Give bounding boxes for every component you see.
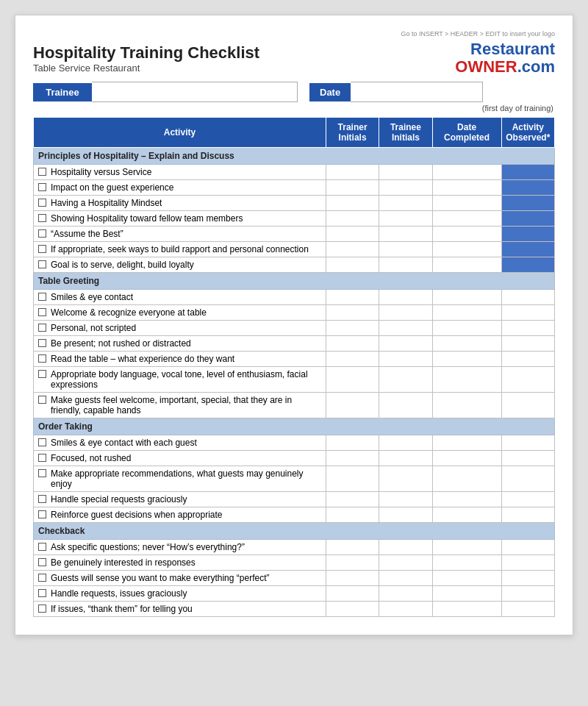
date-input[interactable] [351,82,483,102]
trainer-initials-cell[interactable] [326,555,379,571]
checkbox[interactable] [38,469,46,477]
checkbox[interactable] [38,293,46,301]
trainee-initials-cell[interactable] [379,180,432,196]
activity-observed-cell[interactable] [501,586,554,602]
date-completed-cell[interactable] [432,393,501,418]
date-completed-cell[interactable] [432,571,501,586]
activity-observed-cell[interactable] [501,242,554,257]
checkbox[interactable] [38,370,46,378]
checkbox[interactable] [38,589,46,597]
checkbox[interactable] [38,168,46,176]
checkbox[interactable] [38,260,46,268]
date-completed-cell[interactable] [432,321,501,336]
trainer-initials-cell[interactable] [326,165,379,180]
trainee-initials-cell[interactable] [379,367,432,393]
trainee-initials-cell[interactable] [379,336,432,352]
date-completed-cell[interactable] [432,555,501,571]
trainer-initials-cell[interactable] [326,290,379,305]
date-completed-cell[interactable] [432,540,501,555]
trainer-initials-cell[interactable] [326,586,379,602]
activity-observed-cell[interactable] [501,555,554,571]
trainer-initials-cell[interactable] [326,451,379,466]
activity-observed-cell[interactable] [501,352,554,367]
trainer-initials-cell[interactable] [326,367,379,393]
trainee-input[interactable] [92,82,298,102]
checkbox[interactable] [38,438,46,446]
trainee-initials-cell[interactable] [379,435,432,451]
trainee-initials-cell[interactable] [379,492,432,507]
trainee-initials-cell[interactable] [379,196,432,211]
trainee-initials-cell[interactable] [379,507,432,523]
checkbox[interactable] [38,229,46,238]
trainer-initials-cell[interactable] [326,321,379,336]
activity-observed-cell[interactable] [501,466,554,492]
activity-observed-cell[interactable] [501,180,554,196]
trainer-initials-cell[interactable] [326,180,379,196]
checkbox[interactable] [38,324,46,332]
date-completed-cell[interactable] [432,227,501,242]
trainer-initials-cell[interactable] [326,466,379,492]
trainer-initials-cell[interactable] [326,602,379,617]
checkbox[interactable] [38,605,46,613]
activity-observed-cell[interactable] [501,492,554,507]
activity-observed-cell[interactable] [501,367,554,393]
checkbox[interactable] [38,454,46,462]
date-completed-cell[interactable] [432,352,501,367]
trainee-initials-cell[interactable] [379,227,432,242]
trainee-initials-cell[interactable] [379,540,432,555]
trainer-initials-cell[interactable] [326,211,379,227]
date-completed-cell[interactable] [432,602,501,617]
trainee-initials-cell[interactable] [379,393,432,418]
activity-observed-cell[interactable] [501,290,554,305]
date-completed-cell[interactable] [432,507,501,523]
date-completed-cell[interactable] [432,435,501,451]
activity-observed-cell[interactable] [501,602,554,617]
trainee-initials-cell[interactable] [379,257,432,273]
trainee-initials-cell[interactable] [379,586,432,602]
trainee-initials-cell[interactable] [379,451,432,466]
checkbox[interactable] [38,574,46,582]
activity-observed-cell[interactable] [501,321,554,336]
trainer-initials-cell[interactable] [326,507,379,523]
checkbox[interactable] [38,183,46,191]
checkbox[interactable] [38,558,46,566]
trainer-initials-cell[interactable] [326,242,379,257]
date-completed-cell[interactable] [432,290,501,305]
activity-observed-cell[interactable] [501,227,554,242]
activity-observed-cell[interactable] [501,257,554,273]
date-completed-cell[interactable] [432,180,501,196]
trainee-initials-cell[interactable] [379,165,432,180]
trainer-initials-cell[interactable] [326,492,379,507]
activity-observed-cell[interactable] [501,336,554,352]
activity-observed-cell[interactable] [501,196,554,211]
checkbox[interactable] [38,543,46,551]
trainer-initials-cell[interactable] [326,571,379,586]
date-completed-cell[interactable] [432,196,501,211]
date-completed-cell[interactable] [432,257,501,273]
date-completed-cell[interactable] [432,305,501,321]
trainer-initials-cell[interactable] [326,257,379,273]
activity-observed-cell[interactable] [501,451,554,466]
trainer-initials-cell[interactable] [326,540,379,555]
checkbox[interactable] [38,495,46,503]
trainee-initials-cell[interactable] [379,242,432,257]
trainer-initials-cell[interactable] [326,305,379,321]
activity-observed-cell[interactable] [501,393,554,418]
date-completed-cell[interactable] [432,242,501,257]
checkbox[interactable] [38,199,46,207]
date-completed-cell[interactable] [432,367,501,393]
trainee-initials-cell[interactable] [379,211,432,227]
checkbox[interactable] [38,354,46,363]
trainee-initials-cell[interactable] [379,555,432,571]
activity-observed-cell[interactable] [501,507,554,523]
activity-observed-cell[interactable] [501,540,554,555]
trainer-initials-cell[interactable] [326,227,379,242]
trainee-initials-cell[interactable] [379,290,432,305]
date-completed-cell[interactable] [432,492,501,507]
trainer-initials-cell[interactable] [326,435,379,451]
checkbox[interactable] [38,308,46,316]
trainer-initials-cell[interactable] [326,393,379,418]
activity-observed-cell[interactable] [501,571,554,586]
checkbox[interactable] [38,214,46,222]
trainer-initials-cell[interactable] [326,336,379,352]
